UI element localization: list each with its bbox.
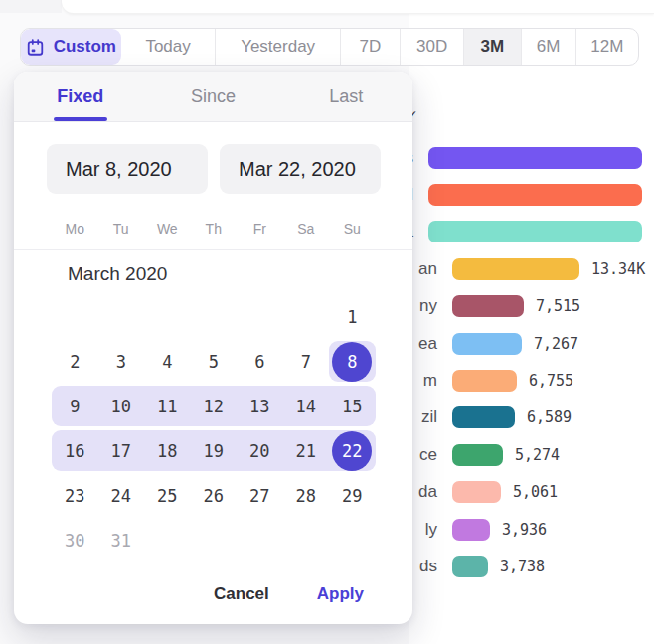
day-11[interactable]: 11 xyxy=(144,384,191,428)
day-number: 7 xyxy=(286,342,326,382)
day-number: 22 xyxy=(332,431,372,471)
bar xyxy=(452,444,503,466)
preset-6m[interactable]: 6M xyxy=(522,29,576,65)
tab-last[interactable]: Last xyxy=(279,72,412,121)
day-empty xyxy=(144,518,191,563)
bar-value: 7,515 xyxy=(536,297,580,315)
day-16[interactable]: 16 xyxy=(52,428,98,473)
day-12[interactable]: 12 xyxy=(191,384,238,428)
weekday-we: We xyxy=(144,221,191,237)
day-number: 21 xyxy=(286,431,326,471)
day-empty xyxy=(283,294,330,339)
day-18[interactable]: 18 xyxy=(144,428,191,473)
day-number: 2 xyxy=(55,342,94,382)
day-number: 1 xyxy=(332,297,372,337)
bar xyxy=(452,556,488,577)
day-5[interactable]: 5 xyxy=(191,339,238,384)
day-29[interactable]: 29 xyxy=(329,473,376,518)
weekday-header: MoTuWeThFrSaSu xyxy=(52,221,376,237)
weekday-mo: Mo xyxy=(52,221,98,237)
day-14[interactable]: 14 xyxy=(283,384,330,428)
popover-footer: Cancel Apply xyxy=(14,580,412,608)
day-number: 24 xyxy=(101,476,141,516)
day-25[interactable]: 25 xyxy=(144,473,191,518)
preset-today[interactable]: Today xyxy=(121,29,217,65)
day-8[interactable]: 8 xyxy=(329,339,376,384)
tab-fixed[interactable]: Fixed xyxy=(14,72,147,121)
day-10[interactable]: 10 xyxy=(98,384,145,428)
start-date-input[interactable]: Mar 8, 2020 xyxy=(47,144,208,194)
day-1[interactable]: 1 xyxy=(329,294,376,339)
day-number: 28 xyxy=(286,476,326,516)
tab-last-label: Last xyxy=(329,86,363,107)
preset-12m[interactable]: 12M xyxy=(576,29,638,65)
day-number: 9 xyxy=(55,387,94,426)
bar-value: 3,936 xyxy=(502,521,547,539)
tab-since[interactable]: Since xyxy=(147,72,280,121)
calendar-week-row: 2345678 xyxy=(52,339,376,384)
day-21[interactable]: 21 xyxy=(283,428,330,473)
preset-3m[interactable]: 3M xyxy=(464,29,521,65)
day-27[interactable]: 27 xyxy=(237,473,283,518)
custom-range-button[interactable]: Custom xyxy=(21,29,121,65)
bar xyxy=(452,481,501,503)
weekday-su: Su xyxy=(329,221,376,237)
day-26[interactable]: 26 xyxy=(191,473,238,518)
day-7[interactable]: 7 xyxy=(283,339,330,384)
day-30[interactable]: 30 xyxy=(52,518,98,563)
day-17[interactable]: 17 xyxy=(98,428,145,473)
calendar-week-row: 23242526272829 xyxy=(52,473,376,518)
day-number: 27 xyxy=(240,476,279,516)
start-date-value: Mar 8, 2020 xyxy=(66,158,172,181)
day-23[interactable]: 23 xyxy=(52,473,98,518)
day-13[interactable]: 13 xyxy=(237,384,283,428)
custom-range-label: Custom xyxy=(54,37,116,57)
day-9[interactable]: 9 xyxy=(52,384,98,428)
bar xyxy=(452,295,524,317)
day-3[interactable]: 3 xyxy=(98,339,145,384)
day-4[interactable]: 4 xyxy=(144,339,191,384)
day-number: 4 xyxy=(147,342,187,382)
day-empty xyxy=(191,518,238,563)
preset-7d[interactable]: 7D xyxy=(341,29,401,65)
day-number: 25 xyxy=(147,476,187,516)
calendar-week-row: 3031 xyxy=(52,518,376,563)
bar-value: 5,274 xyxy=(515,446,560,464)
end-date-value: Mar 22, 2020 xyxy=(239,158,356,181)
day-number: 26 xyxy=(194,476,234,516)
day-6[interactable]: 6 xyxy=(237,339,283,384)
bar xyxy=(452,333,522,355)
weekday-tu: Tu xyxy=(98,221,145,237)
day-31[interactable]: 31 xyxy=(98,518,145,563)
end-date-input[interactable]: Mar 22, 2020 xyxy=(220,144,381,194)
bar-value: 13.34K xyxy=(591,260,645,278)
day-19[interactable]: 19 xyxy=(191,428,238,473)
day-number: 20 xyxy=(240,431,279,471)
day-20[interactable]: 20 xyxy=(237,428,283,473)
preset-yesterday[interactable]: Yesterday xyxy=(216,29,340,65)
date-input-row: Mar 8, 2020 Mar 22, 2020 xyxy=(14,144,412,194)
active-tab-underline xyxy=(54,117,107,121)
cancel-button[interactable]: Cancel xyxy=(212,580,271,608)
day-24[interactable]: 24 xyxy=(98,473,145,518)
day-empty xyxy=(329,518,376,563)
bar-value: 6,589 xyxy=(527,408,572,426)
day-number: 23 xyxy=(55,476,94,516)
day-number: 3 xyxy=(101,342,141,382)
day-empty xyxy=(237,518,283,563)
day-number: 5 xyxy=(194,342,234,382)
day-15[interactable]: 15 xyxy=(329,384,376,428)
apply-button[interactable]: Apply xyxy=(315,580,366,608)
day-22[interactable]: 22 xyxy=(329,428,376,473)
date-picker-popover: Fixed Since Last Mar 8, 2020 Mar 22, 202… xyxy=(14,72,412,624)
day-number: 14 xyxy=(286,387,326,426)
day-number: 31 xyxy=(101,521,141,561)
bar-value: 6,755 xyxy=(529,372,573,390)
weekday-fr: Fr xyxy=(237,221,283,237)
day-empty xyxy=(237,294,283,339)
calendar-week-row: 9101112131415 xyxy=(52,384,376,428)
day-number: 13 xyxy=(240,387,279,426)
day-28[interactable]: 28 xyxy=(283,473,330,518)
day-2[interactable]: 2 xyxy=(52,339,98,384)
preset-30d[interactable]: 30D xyxy=(401,29,464,65)
